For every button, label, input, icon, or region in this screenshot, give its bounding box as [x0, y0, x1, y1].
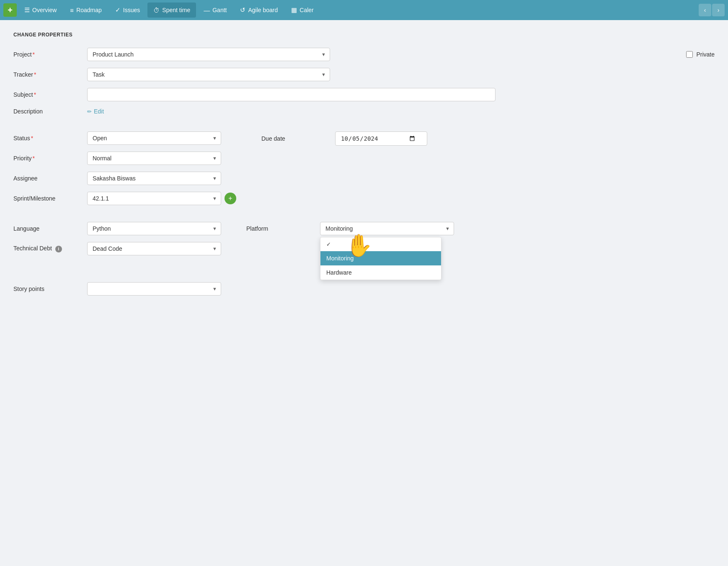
tracker-select-wrapper: Task ▼	[87, 68, 330, 81]
issues-icon: ✓	[115, 6, 121, 14]
sprint-label: Sprint/Milestone	[13, 195, 80, 202]
platform-row: Platform Monitoring Hardware ▼	[246, 222, 454, 235]
platform-select[interactable]: Monitoring Hardware	[320, 222, 454, 235]
check-empty-icon: ✓	[326, 241, 331, 247]
calendar-icon: ▦	[291, 6, 297, 14]
prev-arrow[interactable]: ‹	[699, 4, 711, 16]
tab-roadmap[interactable]: ≡ Roadmap	[64, 3, 107, 18]
left-col: Status* Open ▼ Priority*	[13, 131, 236, 205]
monitoring-label: Monitoring	[326, 255, 354, 262]
navigation-bar: + ☰ Overview ≡ Roadmap ✓ Issues ⏱ Spent …	[0, 0, 728, 20]
platform-col: Platform Monitoring Hardware ▼	[246, 222, 454, 235]
change-properties-form: Project* Product Launch ▼ Private Tracke…	[13, 48, 715, 302]
sprint-select[interactable]: 42.1.1	[87, 192, 221, 205]
due-date-input[interactable]	[335, 131, 427, 146]
sprint-control-row: 42.1.1 ▼ +	[87, 192, 236, 205]
project-select[interactable]: Product Launch	[87, 48, 330, 61]
agile-board-icon: ↺	[240, 6, 245, 14]
status-label: Status*	[13, 135, 80, 142]
tab-gantt[interactable]: — Gantt	[198, 3, 232, 18]
story-points-select[interactable]	[87, 282, 221, 296]
due-date-field[interactable]	[341, 135, 416, 142]
priority-row: Priority* Normal ▼	[13, 152, 236, 165]
technical-debt-select[interactable]: Dead Code	[87, 242, 221, 255]
private-checkbox[interactable]	[686, 51, 693, 58]
subject-row: Subject* ScanMapping	[13, 88, 715, 101]
project-left: Project* Product Launch ▼	[13, 48, 330, 61]
private-checkbox-row: Private	[686, 51, 715, 58]
tracker-row: Tracker* Task ▼	[13, 68, 715, 81]
due-date-row: Due date	[261, 131, 427, 146]
platform-dropdown-menu: ✓ Monitoring Hardware	[320, 237, 441, 280]
tracker-select[interactable]: Task	[87, 68, 330, 81]
status-select-wrapper: Open ▼	[87, 131, 221, 145]
description-label: Description	[13, 108, 80, 115]
story-points-row: Story points ▼	[13, 282, 715, 296]
platform-select-wrapper: Monitoring Hardware ▼	[320, 222, 454, 235]
info-icon: i	[55, 246, 62, 252]
gantt-icon: —	[204, 7, 210, 14]
tab-agile-board[interactable]: ↺ Agile board	[234, 3, 284, 18]
platform-option-empty[interactable]: ✓	[320, 237, 441, 251]
edit-icon: ✏	[87, 108, 92, 115]
priority-select-wrapper: Normal ▼	[87, 152, 221, 165]
private-label: Private	[696, 51, 715, 58]
right-col: Due date	[261, 131, 427, 146]
description-edit-link[interactable]: ✏ Edit	[87, 108, 104, 115]
language-row: Language Python ▼	[13, 222, 221, 235]
technical-debt-label: Technical Debt i	[13, 245, 80, 252]
due-date-label: Due date	[261, 135, 328, 142]
story-points-select-wrapper: ▼	[87, 282, 221, 296]
status-select[interactable]: Open	[87, 131, 221, 145]
priority-label: Priority*	[13, 155, 80, 162]
sprint-row: Sprint/Milestone 42.1.1 ▼ +	[13, 192, 236, 205]
project-row: Project* Product Launch ▼ Private	[13, 48, 715, 61]
description-row: Description ✏ Edit	[13, 108, 715, 115]
language-platform-row: Language Python ▼ Technical Debt i	[13, 222, 715, 255]
platform-label: Platform	[246, 225, 313, 232]
platform-option-hardware[interactable]: Hardware	[320, 265, 441, 280]
roadmap-icon: ≡	[70, 7, 74, 14]
tracker-label: Tracker*	[13, 71, 80, 78]
assignee-select[interactable]: Sakasha Biswas	[87, 172, 221, 185]
story-points-label: Story points	[13, 286, 80, 292]
assignee-label: Assignee	[13, 175, 80, 182]
priority-select[interactable]: Normal	[87, 152, 221, 165]
add-sprint-button[interactable]: +	[225, 193, 236, 204]
status-row: Status* Open ▼	[13, 131, 236, 145]
status-duedate-row: Status* Open ▼ Priority*	[13, 131, 715, 205]
technical-debt-select-wrapper: Dead Code ▼	[87, 242, 221, 255]
subject-label: Subject*	[13, 91, 80, 98]
tab-overview[interactable]: ☰ Overview	[18, 3, 62, 18]
tab-calendar[interactable]: ▦ Caler	[285, 3, 319, 18]
hardware-label: Hardware	[326, 269, 352, 276]
project-select-wrapper: Product Launch ▼	[87, 48, 330, 61]
sprint-select-wrapper: 42.1.1 ▼	[87, 192, 221, 205]
next-arrow[interactable]: ›	[712, 4, 725, 16]
project-label: Project*	[13, 51, 80, 58]
language-label: Language	[13, 225, 80, 232]
assignee-row: Assignee Sakasha Biswas ▼	[13, 172, 236, 185]
nav-arrows: ‹ ›	[699, 4, 725, 16]
subject-input[interactable]: ScanMapping	[87, 88, 496, 101]
spent-time-icon: ⏱	[153, 7, 160, 14]
platform-dropdown-container: Monitoring Hardware ▼ ✓	[320, 222, 454, 235]
language-select[interactable]: Python	[87, 222, 221, 235]
section-title: CHANGE PROPERTIES	[13, 32, 715, 38]
overview-icon: ☰	[24, 6, 30, 14]
technical-debt-row: Technical Debt i Dead Code ▼	[13, 242, 221, 255]
add-button[interactable]: +	[3, 3, 17, 17]
tab-issues[interactable]: ✓ Issues	[109, 3, 146, 18]
assignee-select-wrapper: Sakasha Biswas ▼	[87, 172, 221, 185]
platform-option-monitoring[interactable]: Monitoring	[320, 251, 441, 265]
language-select-wrapper: Python ▼	[87, 222, 221, 235]
lang-col: Language Python ▼ Technical Debt i	[13, 222, 221, 255]
main-content: CHANGE PROPERTIES Project* Product Launc…	[0, 20, 728, 566]
tab-spent-time[interactable]: ⏱ Spent time	[147, 3, 196, 18]
